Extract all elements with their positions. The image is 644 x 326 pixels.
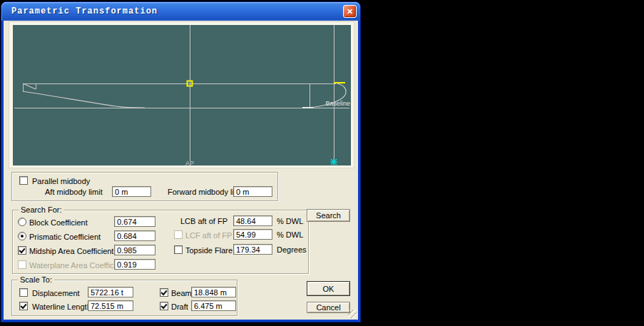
waterplane-area-coefficient-label: Waterplane Area Coefficient [29, 261, 126, 270]
lcf-aft-of-fp-input[interactable] [233, 229, 272, 240]
forward-midbody-limit-input[interactable] [233, 186, 272, 197]
prismatic-coefficient-radio[interactable] [18, 232, 26, 240]
lcb-aft-of-fp-input[interactable] [233, 215, 272, 226]
close-button[interactable]: ✕ [343, 5, 357, 18]
dialog-client-area: AP Baseline Parallel midbody Aft midbody… [4, 21, 358, 320]
search-for-title: Search For: [19, 205, 63, 214]
lcf-aft-of-fp-checkbox[interactable] [174, 230, 183, 239]
displacement-input[interactable] [88, 287, 133, 297]
draft-input[interactable] [191, 300, 236, 311]
topside-flare-input[interactable] [233, 244, 272, 255]
block-coefficient-radio[interactable] [18, 218, 26, 226]
desktop-background: Parametric Transformation ✕ [0, 0, 644, 326]
aft-midbody-limit-input[interactable] [112, 186, 151, 197]
topside-flare-label: Topside Flare [185, 246, 232, 255]
block-coefficient-label: Block Coefficient [29, 218, 88, 227]
midship-area-coefficient-input[interactable] [114, 245, 155, 255]
baseline-label: Baseline [325, 100, 350, 107]
displacement-label: Displacement [32, 289, 80, 297]
ok-button[interactable]: OK [307, 281, 350, 296]
beam-input[interactable] [191, 287, 236, 297]
dialog-title: Parametric Transformation [11, 6, 158, 16]
beam-label: Beam [171, 289, 192, 297]
dialog-titlebar[interactable]: Parametric Transformation ✕ [1, 2, 360, 21]
hull-profile-canvas: AP Baseline [13, 25, 351, 165]
fp-base-marker[interactable] [330, 158, 337, 165]
beam-checkbox[interactable] [160, 288, 168, 297]
midship-area-coefficient-checkbox[interactable] [18, 246, 26, 255]
close-icon: ✕ [347, 8, 353, 16]
waterline-length-label: Waterline Length [32, 302, 91, 311]
cancel-button[interactable]: Cancel [307, 302, 350, 313]
waterline-length-checkbox[interactable] [19, 302, 28, 310]
hull-profile-drawing: AP Baseline [13, 25, 351, 165]
lcb-unit-label: % DWL [277, 217, 303, 225]
prismatic-coefficient-input[interactable] [114, 230, 155, 241]
topside-flare-checkbox[interactable] [174, 245, 183, 254]
resize-grip[interactable] [348, 310, 357, 318]
prismatic-coefficient-label: Prismatic Coefficient [29, 233, 101, 241]
topside-flare-unit-label: Degrees [277, 245, 307, 254]
aft-midbody-limit-label: Aft midbody limit [45, 188, 103, 196]
waterline-length-input[interactable] [88, 300, 133, 311]
waterplane-area-coefficient-checkbox[interactable] [18, 260, 26, 269]
waterplane-area-coefficient-input[interactable] [114, 259, 155, 270]
displacement-checkbox[interactable] [19, 288, 28, 297]
midship-area-coefficient-label: Midship Area Coefficient [29, 247, 113, 255]
lcf-aft-of-fp-label: LCF aft of FP [185, 231, 232, 240]
lcb-aft-of-fp-label: LCB aft of FP [142, 217, 228, 225]
parallel-midbody-label: Parallel midbody [32, 177, 90, 185]
parallel-midbody-checkbox[interactable] [19, 176, 28, 185]
hull-outline [23, 83, 346, 108]
search-button[interactable]: Search [307, 209, 350, 222]
scale-to-group: Scale To: Displacement Waterline Length … [11, 280, 237, 316]
lcf-unit-label: % DWL [277, 230, 303, 239]
ap-label: AP [185, 160, 194, 165]
draft-checkbox[interactable] [160, 302, 168, 310]
scale-to-title: Scale To: [18, 275, 54, 284]
parallel-midbody-group: Parallel midbody Aft midbody limit Forwa… [11, 172, 278, 201]
parametric-transformation-dialog: Parametric Transformation ✕ [1, 2, 360, 322]
search-for-group: Search For: Block Coefficient Prismatic … [12, 210, 309, 274]
hull-preview-frame: AP Baseline [9, 21, 354, 168]
draft-label: Draft [171, 302, 188, 311]
